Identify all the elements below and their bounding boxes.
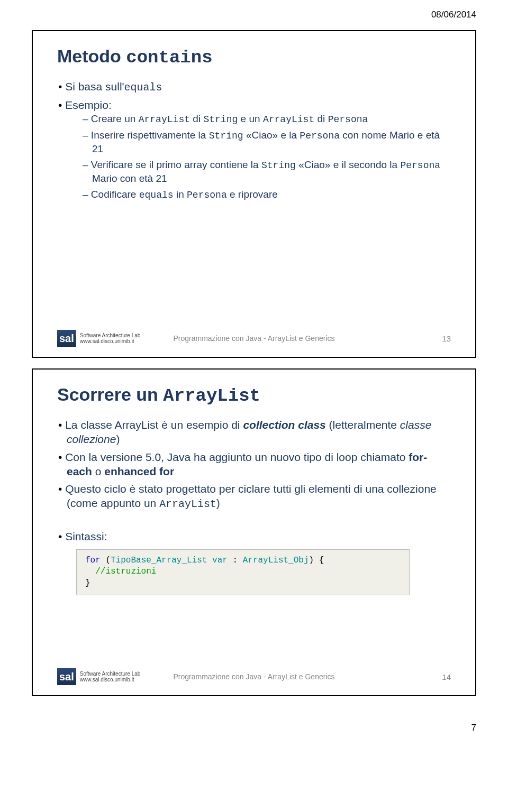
- list-item: Esempio: Creare un ArrayList di String e…: [58, 98, 451, 201]
- code-type: TipoBase_Array_List: [111, 556, 207, 565]
- list-item: Questo ciclo è stato progettato per cicl…: [58, 482, 451, 511]
- list-item: Creare un ArrayList di String e un Array…: [83, 112, 451, 126]
- code-keyword: for: [85, 556, 101, 565]
- bullet-list: La classe ArrayList è un esempio di coll…: [57, 418, 451, 511]
- code-obj: ArrayList_Obj: [243, 556, 309, 565]
- slide-2: Scorrere un ArrayList La classe ArrayLis…: [32, 368, 476, 696]
- sal-logo: sal: [57, 328, 76, 348]
- syntax-label: Sintassi:: [65, 530, 107, 542]
- list-item: La classe ArrayList è un esempio di coll…: [58, 418, 451, 447]
- footer-left: sal Software Architecture Lab www.sal.di…: [57, 667, 140, 687]
- footer-left: sal Software Architecture Lab www.sal.di…: [57, 328, 140, 348]
- sub-list: Creare un ArrayList di String e un Array…: [67, 112, 451, 201]
- slide-footer: sal Software Architecture Lab www.sal.di…: [57, 328, 451, 348]
- title-text: Metodo: [57, 46, 126, 66]
- code-var: var: [212, 556, 228, 565]
- title-text: Scorrere un: [57, 384, 163, 404]
- slide-footer: sal Software Architecture Lab www.sal.di…: [57, 667, 451, 687]
- page-date: 08/06/2014: [0, 0, 508, 23]
- slide-title: Scorrere un ArrayList: [57, 384, 451, 406]
- list-item: Inserire rispettivamente la String «Ciao…: [83, 128, 451, 156]
- code-comment: //istruzioni: [95, 567, 156, 576]
- lab-url: www.sal.disco.unimib.it: [80, 677, 141, 683]
- title-mono: contains: [126, 48, 212, 68]
- page-number: 7: [0, 707, 508, 744]
- logo-subtitle: Software Architecture Lab www.sal.disco.…: [78, 671, 141, 683]
- code-block: for (TipoBase_Array_List var : ArrayList…: [76, 549, 410, 595]
- slide-number: 13: [442, 334, 451, 343]
- slide-number: 14: [442, 672, 451, 681]
- bullet-list: Sintassi:: [57, 529, 451, 543]
- footer-center: Programmazione con Java - ArrayList e Ge…: [173, 334, 334, 343]
- list-item: Codificare equals in Persona e riprovare: [83, 188, 451, 201]
- lab-url: www.sal.disco.unimib.it: [80, 338, 141, 345]
- list-item: Sintassi:: [58, 529, 451, 543]
- list-item: Con la versione 5.0, Java ha aggiunto un…: [58, 450, 451, 479]
- logo-subtitle: Software Architecture Lab www.sal.disco.…: [78, 333, 141, 345]
- sal-logo: sal: [57, 667, 76, 687]
- title-mono: ArrayList: [163, 386, 260, 406]
- bullet-list: Si basa sull'equals Esempio: Creare un A…: [57, 79, 451, 201]
- slide-title: Metodo contains: [57, 46, 451, 68]
- list-item: Verificare se il primo array contiene la…: [83, 158, 451, 186]
- slide-1: Metodo contains Si basa sull'equals Esem…: [32, 30, 476, 358]
- logo-text: sal: [58, 333, 74, 345]
- lab-name: Software Architecture Lab: [80, 333, 141, 339]
- footer-center: Programmazione con Java - ArrayList e Ge…: [173, 672, 334, 681]
- lab-name: Software Architecture Lab: [80, 671, 141, 677]
- logo-text: sal: [58, 671, 74, 683]
- list-item: Si basa sull'equals: [58, 79, 451, 95]
